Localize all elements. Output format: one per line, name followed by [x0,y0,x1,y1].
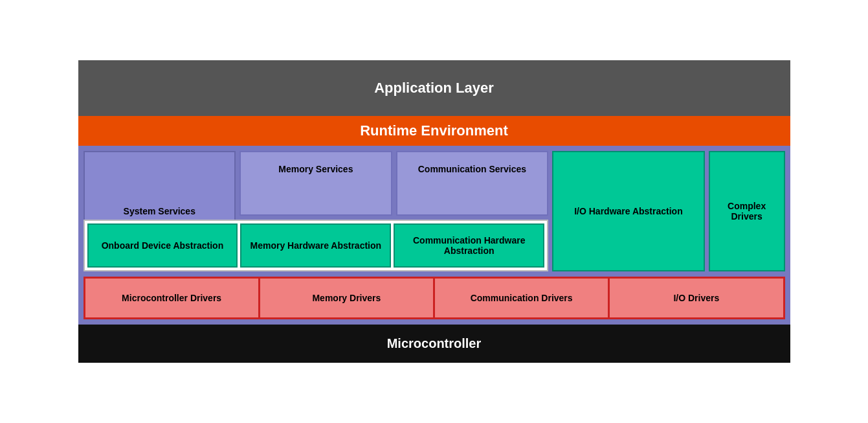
services-hal-grid: System ServicesMemory ServicesCommunicat… [78,146,790,274]
communication-drivers-cell: Communication Drivers [435,279,608,317]
memory-services-cell: Memory Services [239,151,392,216]
microcontroller-drivers-cell: Microcontroller Drivers [85,279,258,317]
communication-services-cell: Communication Services [396,151,549,216]
microcontroller-drivers-label: Microcontroller Drivers [122,293,221,303]
microcontroller-label: Microcontroller [387,336,482,350]
architecture-diagram: Application Layer Runtime Environment Sy… [78,60,790,363]
application-layer: Application Layer [78,60,790,116]
drivers-row: Microcontroller Drivers Memory Drivers C… [83,277,785,319]
memory-drivers-label: Memory Drivers [312,293,381,303]
runtime-environment: Runtime Environment [78,116,790,146]
io-drivers-cell: I/O Drivers [610,279,783,317]
io-hardware-abstraction-cell: I/O Hardware Abstraction [552,151,705,271]
onboard-device-abstraction-cell: Onboard Device Abstraction [87,223,238,268]
memory-hal-cell: Memory Hardware Abstraction [240,223,391,268]
drivers-section: Microcontroller Drivers Memory Drivers C… [78,274,790,325]
hal-inner-wrapper: Onboard Device AbstractionMemory Hardwar… [83,220,549,271]
io-drivers-label: I/O Drivers [673,293,719,303]
comm-hal-cell: Communication Hardware Abstraction [394,223,544,268]
microcontroller-layer: Microcontroller [78,325,790,363]
memory-drivers-cell: Memory Drivers [260,279,433,317]
runtime-env-label: Runtime Environment [360,122,508,139]
communication-drivers-label: Communication Drivers [471,293,573,303]
complex-drivers-cell: Complex Drivers [709,151,785,271]
application-layer-label: Application Layer [374,80,494,96]
